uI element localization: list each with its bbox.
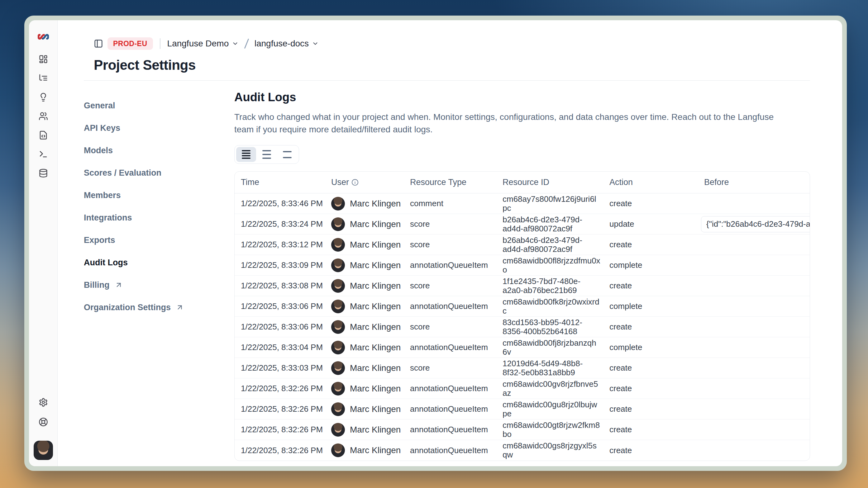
table-row[interactable]: 1/22/2025, 8:32:26 PM Marc Klingen annot… xyxy=(235,420,810,440)
table-row[interactable]: 1/22/2025, 8:33:09 PM Marc Klingen annot… xyxy=(235,255,810,275)
row-user-name: Marc Klingen xyxy=(350,301,401,312)
row-height-medium-button[interactable] xyxy=(257,147,277,162)
cell-action: create xyxy=(603,446,698,455)
project-name: langfuse-docs xyxy=(254,39,309,48)
lightbulb-icon[interactable] xyxy=(39,93,48,102)
row-user-avatar xyxy=(331,300,345,313)
settings-nav-item-api-keys[interactable]: API Keys xyxy=(84,117,218,139)
datasets-icon[interactable] xyxy=(39,130,48,140)
row-user-avatar xyxy=(331,320,345,334)
cell-action: create xyxy=(603,240,698,250)
cell-action: create xyxy=(603,425,698,434)
table-row[interactable]: 1/22/2025, 8:33:46 PM Marc Klingen comme… xyxy=(235,193,810,214)
cell-user: Marc Klingen xyxy=(325,258,404,272)
settings-nav-item-members[interactable]: Members xyxy=(84,184,218,206)
tracing-icon[interactable] xyxy=(39,73,48,83)
cell-user: Marc Klingen xyxy=(325,423,404,436)
org-selector[interactable]: Langfuse Demo xyxy=(167,39,239,48)
table-row[interactable]: 1/22/2025, 8:32:26 PM Marc Klingen annot… xyxy=(235,440,810,461)
cell-resource-type: comment xyxy=(404,199,496,208)
cell-action: complete xyxy=(603,343,698,352)
cell-action: create xyxy=(603,281,698,291)
playground-icon[interactable] xyxy=(39,150,48,159)
row-user-name: Marc Klingen xyxy=(350,425,401,435)
table-row[interactable]: 1/22/2025, 8:32:26 PM Marc Klingen annot… xyxy=(235,379,810,399)
info-icon[interactable] xyxy=(351,179,359,186)
settings-nav-item-scores-evaluation[interactable]: Scores / Evaluation xyxy=(84,162,218,184)
cell-resource-type: score xyxy=(404,363,496,373)
before-json-chip[interactable]: {"id":"b26ab4c6-d2e3-479d-a xyxy=(701,216,810,232)
settings-nav-item-integrations[interactable]: Integrations xyxy=(84,206,218,229)
row-height-dense-button[interactable] xyxy=(236,147,256,162)
row-height-toggle-group xyxy=(234,145,299,164)
settings-nav-item-general[interactable]: General xyxy=(84,94,218,117)
row-user-avatar xyxy=(331,382,345,395)
row-user-name: Marc Klingen xyxy=(350,384,401,394)
table-row[interactable]: 1/22/2025, 8:33:04 PM Marc Klingen annot… xyxy=(235,337,810,358)
table-row[interactable]: 1/22/2025, 8:33:03 PM Marc Klingen score… xyxy=(235,358,810,379)
table-row[interactable]: 1/22/2025, 8:33:24 PM Marc Klingen score… xyxy=(235,214,810,234)
support-lifebuoy-icon[interactable] xyxy=(39,417,48,427)
org-name: Langfuse Demo xyxy=(167,39,229,48)
cell-resource-id: b26ab4c6-d2e3-479d-ad4d-af980072ac9f xyxy=(496,236,603,254)
cell-resource-type: annotationQueueItem xyxy=(404,301,496,311)
database-icon[interactable] xyxy=(39,168,48,178)
cell-resource-type: annotationQueueItem xyxy=(404,260,496,270)
settings-gear-icon[interactable] xyxy=(39,398,48,407)
cell-resource-type: annotationQueueItem xyxy=(404,404,496,414)
row-user-name: Marc Klingen xyxy=(350,260,401,270)
cell-resource-type: annotationQueueItem xyxy=(404,425,496,434)
dense-rows-icon xyxy=(242,150,250,159)
sidebar-toggle-icon[interactable] xyxy=(94,39,103,48)
table-row[interactable]: 1/22/2025, 8:33:06 PM Marc Klingen score… xyxy=(235,317,810,337)
cell-resource-id: cm68awidc00gs8rjzgyxl5sqw xyxy=(496,441,603,459)
row-user-name: Marc Klingen xyxy=(350,322,401,332)
row-user-avatar xyxy=(331,361,345,375)
table-row[interactable]: 1/22/2025, 8:33:06 PM Marc Klingen annot… xyxy=(235,296,810,317)
settings-body: General API Keys Models Scores / Evaluat… xyxy=(58,85,842,466)
row-user-name: Marc Klingen xyxy=(350,281,401,291)
row-user-avatar xyxy=(331,423,345,436)
table-row[interactable]: 1/22/2025, 8:33:08 PM Marc Klingen score… xyxy=(235,275,810,296)
cell-user: Marc Klingen xyxy=(325,402,404,416)
main-area: PROD-EU Langfuse Demo langfuse-docs Proj… xyxy=(58,20,842,466)
row-user-name: Marc Klingen xyxy=(350,199,401,209)
cell-resource-type: annotationQueueItem xyxy=(404,384,496,393)
breadcrumb-divider xyxy=(160,38,160,49)
section-description: Track who changed what in your project a… xyxy=(234,111,795,136)
table-header-row: Time User Resource Type Resource ID Acti… xyxy=(235,172,810,193)
column-header-time: Time xyxy=(235,177,325,187)
cell-time: 1/22/2025, 8:33:46 PM xyxy=(235,199,325,208)
cell-resource-id: cm68ay7s800fw126j9uri6lpc xyxy=(496,195,603,213)
table-body: 1/22/2025, 8:33:46 PM Marc Klingen comme… xyxy=(235,193,810,461)
external-link-icon xyxy=(115,281,123,289)
table-row[interactable]: 1/22/2025, 8:33:12 PM Marc Klingen score… xyxy=(235,234,810,255)
langfuse-logo-icon[interactable] xyxy=(38,32,49,41)
row-height-loose-button[interactable] xyxy=(277,147,297,162)
user-avatar[interactable] xyxy=(34,441,53,460)
settings-nav-item-billing[interactable]: Billing xyxy=(84,274,218,296)
settings-nav-item-audit-logs[interactable]: Audit Logs xyxy=(84,251,218,274)
table-row[interactable]: 1/22/2025, 8:32:26 PM Marc Klingen annot… xyxy=(235,399,810,420)
settings-nav: General API Keys Models Scores / Evaluat… xyxy=(84,85,218,466)
cell-action: create xyxy=(603,404,698,414)
cell-user: Marc Klingen xyxy=(325,444,404,457)
chevron-down-icon xyxy=(232,40,239,47)
cell-resource-type: score xyxy=(404,281,496,291)
row-user-name: Marc Klingen xyxy=(350,240,401,250)
dashboard-icon[interactable] xyxy=(39,55,48,64)
project-selector[interactable]: langfuse-docs xyxy=(254,39,319,48)
settings-content: Audit Logs Track who changed what in you… xyxy=(218,85,810,466)
cell-resource-id: cm68awidb00fk8rjz0wxixrdc xyxy=(496,297,603,316)
page-header: PROD-EU Langfuse Demo langfuse-docs Proj… xyxy=(58,20,842,73)
settings-nav-item-exports[interactable]: Exports xyxy=(84,229,218,251)
cell-user: Marc Klingen xyxy=(325,341,404,354)
cell-resource-type: score xyxy=(404,219,496,229)
settings-nav-item-organization-settings[interactable]: Organization Settings xyxy=(84,296,218,319)
cell-resource-type: score xyxy=(404,322,496,332)
cell-resource-id: cm68awidc00gu8rjz0lbujwpe xyxy=(496,400,603,418)
settings-nav-item-models[interactable]: Models xyxy=(84,139,218,162)
row-user-name: Marc Klingen xyxy=(350,343,401,353)
users-icon[interactable] xyxy=(39,111,48,121)
cell-resource-id: cm68awidc00gt8rjzw2fkm8bo xyxy=(496,421,603,439)
